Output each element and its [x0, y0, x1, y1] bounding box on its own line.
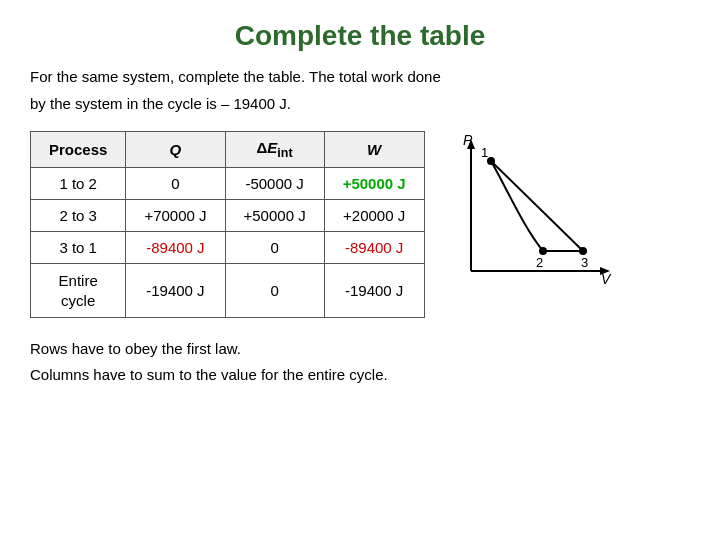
- table-row: 2 to 3: [31, 200, 126, 232]
- col-header-q: Q: [126, 132, 225, 168]
- table-cell: -19400 J: [324, 264, 424, 318]
- table-cell: +50000 J: [324, 168, 424, 200]
- table-row: Entirecycle: [31, 264, 126, 318]
- svg-text:1: 1: [481, 145, 488, 160]
- table-cell: +70000 J: [126, 200, 225, 232]
- table-cell: 0: [126, 168, 225, 200]
- table-cell: 0: [225, 264, 324, 318]
- footer-line1: Rows have to obey the first law.: [30, 336, 388, 362]
- col-header-process: Process: [31, 132, 126, 168]
- page-title: Complete the table: [30, 20, 690, 52]
- subtitle-line2: by the system in the cycle is – 19400 J.: [30, 93, 291, 116]
- table-cell: 0: [225, 232, 324, 264]
- subtitle-line1: For the same system, complete the table.…: [30, 66, 441, 89]
- table-cell: +50000 J: [225, 200, 324, 232]
- table-row: 1 to 2: [31, 168, 126, 200]
- table-cell: -89400 J: [126, 232, 225, 264]
- svg-point-7: [539, 247, 547, 255]
- pv-diagram: P V 1: [453, 131, 613, 291]
- svg-text:3: 3: [581, 255, 588, 270]
- footer: Rows have to obey the first law. Columns…: [30, 336, 388, 387]
- col-header-w: W: [324, 132, 424, 168]
- table-cell: -50000 J: [225, 168, 324, 200]
- svg-line-5: [491, 161, 583, 251]
- svg-point-8: [579, 247, 587, 255]
- svg-text:2: 2: [536, 255, 543, 270]
- page: Complete the table For the same system, …: [0, 0, 720, 540]
- table-cell: -89400 J: [324, 232, 424, 264]
- data-table: Process Q ΔEint W 1 to 20-50000 J+50000 …: [30, 131, 425, 318]
- content-row: Process Q ΔEint W 1 to 20-50000 J+50000 …: [30, 131, 690, 318]
- footer-line2: Columns have to sum to the value for the…: [30, 362, 388, 388]
- table-row: 3 to 1: [31, 232, 126, 264]
- table-cell: -19400 J: [126, 264, 225, 318]
- table-cell: +20000 J: [324, 200, 424, 232]
- col-header-delta-e: ΔEint: [225, 132, 324, 168]
